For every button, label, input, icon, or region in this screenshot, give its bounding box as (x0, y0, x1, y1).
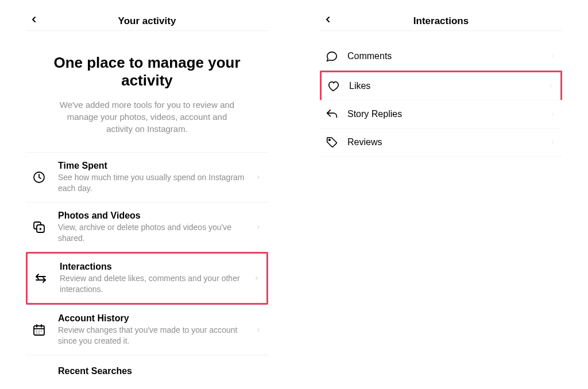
list-item-comments[interactable]: Comments (320, 42, 562, 71)
list-item-account-history[interactable]: Account History Review changes that you'… (26, 305, 268, 355)
header-bar-right: Interactions (320, 11, 562, 31)
item-text: Recent Searches (58, 366, 264, 378)
interactions-panel: Interactions Comments Likes Stor (294, 0, 588, 389)
item-label: Comments (347, 51, 547, 61)
list-item-likes[interactable]: Likes (320, 71, 562, 100)
tag-icon (324, 135, 339, 150)
item-text: Account History Review changes that you'… (58, 313, 253, 347)
chevron-right-icon (547, 137, 558, 147)
item-title: Photos and Videos (58, 211, 253, 221)
item-text: Photos and Videos View, archive or delet… (58, 211, 253, 244)
chevron-right-icon (547, 51, 558, 61)
back-button-left[interactable] (26, 11, 42, 28)
list-item-recent-searches[interactable]: Recent Searches (26, 355, 268, 388)
chevron-left-icon (323, 15, 332, 24)
list-item-photos-videos[interactable]: Photos and Videos View, archive or delet… (26, 202, 268, 252)
item-sub: Review and delete likes, comments and yo… (60, 273, 252, 295)
your-activity-panel: Your activity One place to manage your a… (0, 0, 294, 389)
item-title: Recent Searches (58, 366, 264, 376)
item-label: Likes (349, 81, 546, 91)
header-bar-left: Your activity (26, 11, 268, 31)
svg-point-14 (38, 332, 40, 333)
svg-point-10 (36, 330, 37, 332)
item-title: Interactions (60, 262, 252, 272)
reply-icon (324, 107, 339, 122)
heart-icon (326, 79, 341, 94)
item-sub: See how much time you usually spend on I… (58, 172, 253, 194)
chevron-right-icon (547, 109, 558, 119)
interactions-list: Comments Likes Story Replies (320, 42, 562, 157)
svg-point-12 (41, 330, 42, 332)
page-title-left: Your activity (118, 15, 176, 27)
svg-point-15 (329, 139, 330, 141)
activity-list: Time Spent See how much time you usually… (26, 152, 268, 388)
chevron-right-icon (546, 81, 556, 91)
item-sub: View, archive or delete photos and video… (58, 222, 253, 244)
item-text: Interactions Review and delete likes, co… (60, 262, 252, 295)
svg-rect-6 (34, 326, 44, 335)
item-text: Time Spent See how much time you usually… (58, 161, 253, 194)
item-title: Time Spent (58, 161, 253, 171)
list-item-time-spent[interactable]: Time Spent See how much time you usually… (26, 152, 268, 202)
activity-intro: One place to manage your activity We've … (26, 42, 268, 152)
item-label: Story Replies (347, 109, 547, 119)
intro-title: One place to manage your activity (32, 54, 262, 90)
item-title: Account History (58, 313, 253, 324)
intro-subtitle: We've added more tools for you to review… (55, 99, 239, 135)
chevron-right-icon (252, 273, 262, 283)
chevron-right-icon (253, 222, 264, 232)
chevron-left-icon (29, 15, 38, 24)
list-item-interactions[interactable]: Interactions Review and delete likes, co… (26, 252, 268, 305)
media-icon (30, 219, 48, 236)
arrows-swap-icon (32, 270, 49, 287)
chevron-right-icon (253, 325, 264, 335)
list-item-story-replies[interactable]: Story Replies (320, 100, 562, 129)
svg-point-11 (38, 330, 40, 332)
clock-icon (30, 169, 48, 186)
svg-point-13 (36, 332, 37, 333)
spacer-icon (30, 363, 48, 380)
comment-icon (324, 49, 339, 64)
page-title-right: Interactions (413, 15, 469, 27)
item-label: Reviews (347, 137, 547, 147)
calendar-icon (30, 321, 48, 339)
item-sub: Review changes that you've made to your … (58, 325, 253, 347)
chevron-right-icon (253, 172, 264, 182)
list-item-reviews[interactable]: Reviews (320, 129, 562, 157)
back-button-right[interactable] (320, 11, 336, 28)
